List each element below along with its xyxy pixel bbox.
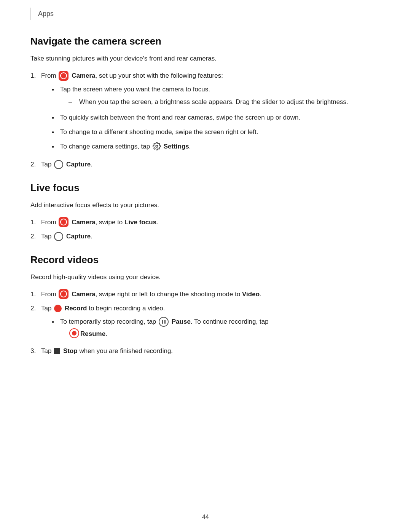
bullet-1-3: • To change to a different shooting mode… [52, 127, 348, 138]
section-record-videos: Record videos Record high-quality videos… [30, 254, 381, 356]
navigate-step-1: 1. From Camera, set up your shot with th… [30, 70, 381, 155]
record-steps-list: 1. From Camera, swipe right or left to c… [30, 289, 381, 356]
record-bullet-1: • To temporarily stop recording, tap Pau… [52, 316, 269, 339]
lf-step-num-2: 2. [30, 231, 41, 241]
rec-step-2-content: Tap Record to begin recording a video. •… [41, 303, 269, 342]
bullet-1-4: • To change camera settings, tap Settin [52, 141, 348, 153]
sub-item-1-text: When you tap the screen, a brightness sc… [79, 97, 348, 107]
record-bullets: • To temporarily stop recording, tap Pau… [52, 316, 269, 339]
step-1-content: From Camera, set up your shot with the f… [41, 70, 348, 155]
rec-bullet-dot-1: • [52, 316, 60, 328]
resume-line: Resume. [68, 329, 269, 339]
camera-label-rec: Camera [72, 291, 95, 298]
capture-icon-1 [54, 160, 63, 169]
lf-step-1-content: From Camera, swipe to Live focus. [41, 217, 158, 228]
live-focus-step-2: 2. Tap Capture. [30, 231, 381, 241]
record-step-1: 1. From Camera, swipe right or left to c… [30, 289, 381, 300]
step-1-bullets: • Tap the screen where you want the came… [52, 84, 348, 153]
breadcrumb: Apps [30, 8, 381, 20]
page-container: Apps Navigate the camera screen Take stu… [0, 0, 411, 532]
step-num-2: 2. [30, 159, 41, 169]
camera-icon-rec [59, 289, 68, 299]
live-focus-step-1: 1. From Camera, swipe to Live focus. [30, 217, 381, 228]
lf-step-2-content: Tap Capture. [41, 231, 92, 241]
bullet-1-1: • Tap the screen where you want the came… [52, 84, 348, 109]
settings-label: Settings [164, 143, 189, 150]
record-bullet-1-text: To temporarily stop recording, tap Pause… [60, 316, 269, 339]
page-number: 44 [202, 514, 209, 521]
record-label: Record [65, 305, 87, 312]
resume-label: Resume [80, 329, 105, 339]
svg-point-0 [156, 145, 158, 147]
pause-bar-2 [164, 320, 166, 324]
sub-dash-1: – [68, 97, 79, 107]
section-live-focus: Live focus Add interactive focus effects… [30, 182, 381, 242]
section-navigate-camera: Navigate the camera screen Take stunning… [30, 35, 381, 170]
live-focus-steps-list: 1. From Camera, swipe to Live focus. 2. … [30, 217, 381, 242]
video-label: Video [242, 291, 260, 298]
sub-item-1: – When you tap the screen, a brightness … [68, 97, 348, 107]
camera-label-1: Camera [72, 72, 95, 79]
pause-bar-1 [162, 320, 163, 324]
bullet-1-3-text: To change to a different shooting mode, … [60, 127, 258, 137]
live-focus-label: Live focus [124, 219, 156, 226]
bullet-dot-3: • [52, 127, 60, 138]
bullet-1-1-text: Tap the screen where you want the camera… [60, 84, 348, 109]
camera-icon-1 [59, 71, 68, 81]
section-title-record: Record videos [30, 254, 381, 266]
bullet-dot-2: • [52, 112, 60, 124]
capture-label-1: Capture [66, 161, 91, 168]
step-2-content: Tap Capture. [41, 159, 92, 169]
section-intro-live-focus: Add interactive focus effects to your pi… [30, 200, 381, 210]
capture-icon-lf [54, 232, 63, 241]
section-intro-record: Record high-quality videos using your de… [30, 272, 381, 282]
navigate-step-2: 2. Tap Capture. [30, 159, 381, 169]
stop-icon [54, 348, 60, 354]
rec-step-num-2: 2. [30, 303, 41, 313]
breadcrumb-text: Apps [38, 10, 54, 18]
rec-step-num-3: 3. [30, 346, 41, 356]
pause-label: Pause [172, 318, 191, 325]
navigate-steps-list: 1. From Camera, set up your shot with th… [30, 70, 381, 169]
sub-list-1: – When you tap the screen, a brightness … [68, 97, 348, 107]
rec-step-num-1: 1. [30, 289, 41, 299]
bullet-1-2-text: To quickly switch between the front and … [60, 112, 300, 123]
pause-icon [159, 317, 169, 327]
section-intro-navigate: Take stunning pictures with your device'… [30, 53, 381, 64]
rec-step-1-content: From Camera, swipe right or left to chan… [41, 289, 261, 300]
bullet-dot-4: • [52, 141, 60, 153]
bullet-1-2: • To quickly switch between the front an… [52, 112, 348, 124]
bullet-1-4-text: To change camera settings, tap Settings. [60, 141, 191, 152]
camera-icon-lf [59, 217, 68, 227]
bullet-dot-1: • [52, 84, 60, 96]
step-num-1: 1. [30, 70, 41, 81]
resume-icon [69, 328, 79, 338]
camera-label-lf: Camera [72, 219, 95, 226]
record-step-2: 2. Tap Record to begin recording a video… [30, 303, 381, 342]
record-icon [54, 305, 62, 312]
record-step-3: 3. Tap Stop when you are finished record… [30, 346, 381, 356]
section-title-live-focus: Live focus [30, 182, 381, 194]
capture-label-lf: Capture [66, 233, 91, 240]
lf-step-num-1: 1. [30, 217, 41, 227]
rec-step-3-content: Tap Stop when you are finished recording… [41, 346, 173, 356]
stop-label: Stop [63, 347, 78, 355]
section-title-navigate: Navigate the camera screen [30, 35, 381, 47]
settings-icon [153, 142, 161, 150]
